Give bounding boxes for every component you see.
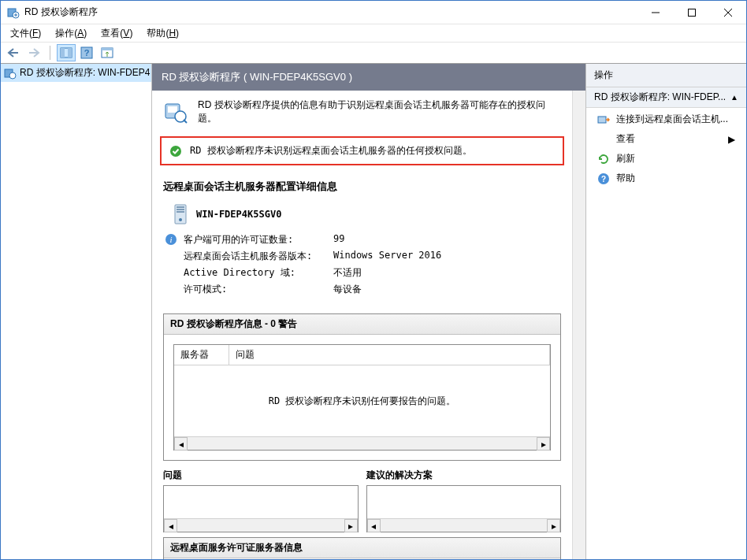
diagnostic-large-icon <box>163 99 188 124</box>
app-icon <box>7 6 20 19</box>
grid-hscrollbar[interactable]: ◂ ▸ <box>174 436 550 450</box>
grid-empty-message: RD 授权诊断程序未识别任何要报告的问题。 <box>174 365 550 436</box>
grid-col-problem[interactable]: 问题 <box>229 345 550 365</box>
main-content: RD 授权诊断程序: WIN-FDEP4 RD 授权诊断程序 ( WIN-FDE… <box>1 64 746 559</box>
prop-mode-label: 许可模式: <box>184 283 333 296</box>
config-section-title: 远程桌面会话主机服务器配置详细信息 <box>152 173 572 200</box>
details-vscrollbar[interactable] <box>572 91 585 559</box>
solution-col-title: 建议的解决方案 <box>366 465 562 485</box>
prop-licenses-label: 客户端可用的许可证数量: <box>184 233 333 247</box>
toolbar-separator <box>50 46 50 60</box>
maximize-button[interactable] <box>674 1 710 24</box>
toolbar: ? <box>1 42 746 64</box>
details-header: RD 授权诊断程序 ( WIN-FDEP4K5SGV0 ) <box>152 64 585 91</box>
prop-version-label: 远程桌面会话主机服务器版本: <box>184 250 333 263</box>
toolbar-split-button[interactable] <box>98 44 117 61</box>
diagnostic-panel-title: RD 授权诊断程序信息 - 0 警告 <box>164 314 560 335</box>
svg-rect-17 <box>177 206 184 208</box>
problem-hscrollbar[interactable]: ◂▸ <box>164 518 358 532</box>
details-pane: RD 授权诊断程序 ( WIN-FDEP4K5SGV0 ) RD 授权诊断程序提… <box>152 64 585 559</box>
action-help-label: 帮助 <box>616 172 635 185</box>
help-icon: ? <box>597 172 610 185</box>
status-text: RD 授权诊断程序未识别远程桌面会话主机服务器的任何授权问题。 <box>190 144 472 158</box>
svg-rect-18 <box>177 209 184 210</box>
solution-box: ◂▸ <box>366 485 562 532</box>
svg-rect-13 <box>168 106 177 113</box>
action-help[interactable]: ? 帮助 <box>586 169 746 188</box>
svg-rect-23 <box>598 117 606 123</box>
action-refresh[interactable]: 刷新 <box>586 149 746 169</box>
app-window: RD 授权诊断程序 文件(F) 操作(A) 查看(V) 帮助(H) ? <box>0 0 747 560</box>
problem-box: ◂▸ <box>163 485 359 532</box>
svg-text:?: ? <box>84 48 90 57</box>
svg-point-20 <box>179 218 182 221</box>
collapse-icon[interactable]: ▲ <box>730 93 738 102</box>
details-body: RD 授权诊断程序提供的信息有助于识别远程桌面会话主机服务器可能存在的授权问题。… <box>152 91 572 559</box>
svg-rect-2 <box>689 9 696 16</box>
prop-licenses-value: 99 <box>333 233 344 247</box>
minimize-button[interactable] <box>637 1 674 24</box>
prop-ad-value: 不适用 <box>333 266 362 280</box>
titlebar: RD 授权诊断程序 <box>1 1 746 24</box>
diagnostic-grid: 服务器 问题 RD 授权诊断程序未识别任何要报告的问题。 ◂ ▸ <box>173 344 551 451</box>
action-connect-label: 连接到远程桌面会话主机... <box>616 113 728 126</box>
server-name: WIN-FDEP4K5SGV0 <box>196 209 281 220</box>
svg-rect-4 <box>61 48 65 57</box>
license-server-panel: 远程桌面服务许可证服务器信息 配置远程桌面会话主机服务器以连接到以下许可证服务器… <box>163 537 561 559</box>
license-server-panel-title: 远程桌面服务许可证服务器信息 <box>164 538 560 558</box>
grid-col-server[interactable]: 服务器 <box>174 345 229 365</box>
action-view[interactable]: 查看 ▶ <box>586 129 746 149</box>
tree-root-label: RD 授权诊断程序: WIN-FDEP4 <box>20 66 150 80</box>
diagnostic-info-panel: RD 授权诊断程序信息 - 0 警告 服务器 问题 RD 授权诊断程序未识别任何… <box>163 313 561 461</box>
actions-header: 操作 <box>586 64 746 87</box>
server-row: WIN-FDEP4K5SGV0 <box>152 200 572 228</box>
window-controls <box>637 1 746 24</box>
server-icon <box>173 203 188 225</box>
status-highlight: RD 授权诊断程序未识别远程桌面会话主机服务器的任何授权问题。 <box>160 136 564 165</box>
connect-icon <box>597 113 610 126</box>
prop-ad-label: Active Directory 域: <box>184 266 333 280</box>
config-properties: i 客户端可用的许可证数量: 99 远程桌面会话主机服务器版本: Windows… <box>152 228 572 309</box>
info-banner: RD 授权诊断程序提供的信息有助于识别远程桌面会话主机服务器可能存在的授权问题。 <box>152 91 572 133</box>
solution-hscrollbar[interactable]: ◂▸ <box>367 518 561 532</box>
refresh-icon <box>597 153 610 165</box>
menu-action[interactable]: 操作(A) <box>49 25 93 42</box>
prop-version-value: Windows Server 2016 <box>333 250 441 263</box>
menu-file[interactable]: 文件(F) <box>4 25 47 42</box>
svg-rect-5 <box>68 48 72 57</box>
svg-text:?: ? <box>601 175 606 184</box>
check-icon <box>169 145 182 158</box>
toolbar-help-button[interactable]: ? <box>77 44 96 61</box>
prop-mode-value: 每设备 <box>333 283 362 296</box>
svg-point-11 <box>9 72 16 79</box>
toolbar-panels-button[interactable] <box>57 44 76 61</box>
svg-rect-9 <box>102 48 113 50</box>
problem-col-title: 问题 <box>163 465 359 485</box>
toolbar-back-button[interactable] <box>4 44 23 61</box>
close-button[interactable] <box>710 1 746 24</box>
scroll-left-icon[interactable]: ◂ <box>174 437 188 451</box>
actions-pane: 操作 RD 授权诊断程序: WIN-FDEP... ▲ 连接到远程桌面会话主机.… <box>585 64 746 559</box>
tree-root-item[interactable]: RD 授权诊断程序: WIN-FDEP4 <box>1 64 151 82</box>
tree-pane: RD 授权诊断程序: WIN-FDEP4 <box>1 64 152 559</box>
scroll-right-icon[interactable]: ▸ <box>537 437 550 451</box>
menubar: 文件(F) 操作(A) 查看(V) 帮助(H) <box>1 24 746 42</box>
window-title: RD 授权诊断程序 <box>24 6 637 19</box>
info-banner-text: RD 授权诊断程序提供的信息有助于识别远程桌面会话主机服务器可能存在的授权问题。 <box>198 98 561 125</box>
problem-solution-row: 问题 ◂▸ 建议的解决方案 ◂▸ <box>163 465 561 532</box>
action-refresh-label: 刷新 <box>616 152 635 165</box>
action-connect[interactable]: 连接到远程桌面会话主机... <box>586 109 746 129</box>
submenu-arrow-icon: ▶ <box>728 134 735 145</box>
menu-help[interactable]: 帮助(H) <box>140 25 185 42</box>
actions-section-title[interactable]: RD 授权诊断程序: WIN-FDEP... ▲ <box>586 87 746 108</box>
svg-text:i: i <box>169 235 172 244</box>
action-view-label: 查看 <box>616 132 635 146</box>
toolbar-forward-button[interactable] <box>24 44 43 61</box>
diagnostic-icon <box>4 67 17 80</box>
svg-rect-19 <box>177 211 184 213</box>
info-icon: i <box>165 233 177 246</box>
menu-view[interactable]: 查看(V) <box>95 25 139 42</box>
